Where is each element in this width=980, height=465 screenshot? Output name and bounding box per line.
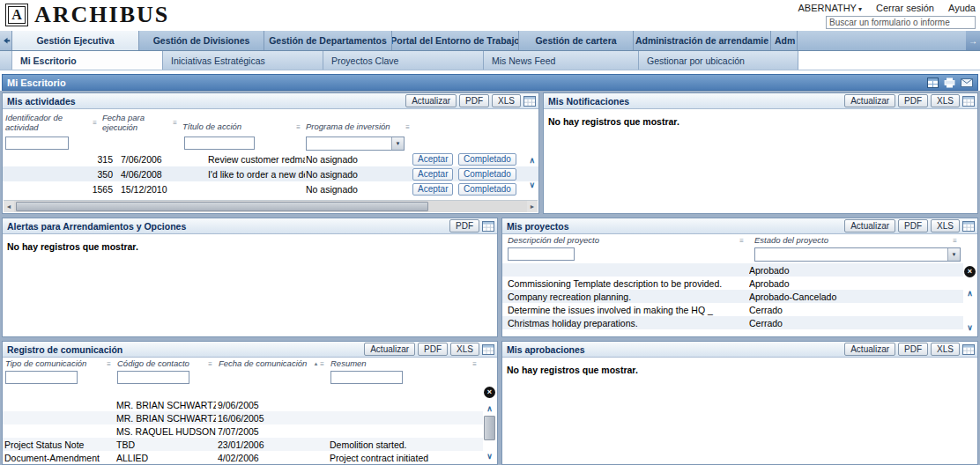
subtab-mis-news-feed[interactable]: Mis News Feed — [484, 51, 639, 70]
project-row[interactable]: Determine the issues involved in making … — [502, 303, 963, 316]
filter-identificador-input[interactable] — [5, 137, 69, 150]
tab-administracion-de-arrendamiento[interactable]: Administración de arrendamie — [634, 31, 771, 50]
column-menu-icon[interactable]: ≡ — [208, 360, 212, 368]
column-header-estado[interactable]: Estado del proyecto ≡ — [754, 235, 957, 246]
activity-row[interactable]: 315 7/06/2006 Review customer redmarks N… — [3, 151, 538, 166]
print-icon[interactable] — [944, 78, 955, 88]
panel-grid-icon[interactable] — [962, 96, 975, 107]
scroll-up-button[interactable]: ∧ — [529, 157, 535, 165]
search-input[interactable] — [826, 16, 976, 29]
panel-grid-icon[interactable] — [962, 344, 975, 355]
column-header-codigo[interactable]: Código de contacto ≡ — [117, 358, 212, 369]
project-row[interactable]: Aprobado — [502, 263, 963, 277]
filter-descripcion-input[interactable] — [508, 247, 575, 261]
horizontal-scrollbar[interactable]: ◄ ► — [4, 200, 538, 212]
refresh-button[interactable]: Actualizar — [844, 343, 895, 356]
xls-button[interactable]: XLS — [931, 219, 960, 232]
scroll-right-button[interactable]: ► — [527, 203, 538, 210]
column-header-descripcion[interactable]: Descripción del proyecto ≡ — [508, 235, 744, 246]
pdf-button[interactable]: PDF — [449, 219, 479, 232]
column-menu-icon[interactable]: ≡ — [173, 119, 177, 127]
xls-button[interactable]: XLS — [492, 94, 521, 107]
activity-row[interactable]: 350 4/06/2008 I'd like to order a new de… — [3, 166, 538, 181]
column-header-resumen[interactable]: Resumen ≡ — [330, 358, 477, 369]
communication-row[interactable]: MS. RAQUEL HUDSON 7/07/2005 — [3, 424, 483, 438]
tab-scroll-right-button[interactable]: → — [966, 31, 980, 50]
clear-filter-icon[interactable]: × — [484, 387, 495, 398]
refresh-button[interactable]: Actualizar — [364, 343, 415, 356]
scroll-down-button[interactable]: ∨ — [486, 453, 493, 461]
complete-button[interactable]: Completado — [458, 153, 516, 166]
scrollbar-thumb[interactable] — [16, 202, 428, 211]
accept-button[interactable]: Aceptar — [412, 153, 453, 166]
column-header-fecha[interactable]: Fecha para ejecución ≡ — [102, 111, 177, 134]
column-menu-icon[interactable]: ≡ — [107, 360, 111, 368]
user-menu[interactable]: ABERNATHY▾ — [798, 3, 862, 13]
xls-button[interactable]: XLS — [931, 343, 960, 356]
project-row[interactable]: Christmas holiday preparations. Cerrado — [502, 316, 963, 329]
filter-tipo-input[interactable] — [5, 371, 78, 384]
communication-row[interactable]: Document-Amendment ALLIED 4/02/2006 Proj… — [3, 451, 483, 464]
tab-gestion-de-departamentos[interactable]: Gestión de Departamentos — [264, 31, 392, 50]
column-header-fecha[interactable]: Fecha de comunicación ▲≡ — [219, 358, 324, 369]
pdf-button[interactable]: PDF — [898, 219, 928, 232]
panel-grid-icon[interactable] — [523, 96, 536, 107]
logout-link[interactable]: Cerrar sesión — [876, 3, 934, 13]
scrollbar-thumb[interactable] — [484, 416, 495, 440]
column-menu-icon[interactable]: ≡ — [953, 237, 957, 245]
column-menu-icon[interactable]: ≡ — [405, 123, 410, 131]
tab-adm-truncated[interactable]: Adm — [771, 31, 798, 50]
scroll-up-button[interactable]: ∧ — [967, 290, 973, 298]
pdf-button[interactable]: PDF — [418, 343, 448, 356]
column-menu-icon[interactable]: ≡ — [472, 360, 477, 368]
project-row[interactable]: Commissioning Template description to be… — [502, 277, 963, 290]
project-row[interactable]: Company recreation planning. Aprobado-Ca… — [502, 290, 963, 303]
column-menu-icon[interactable]: ≡ — [93, 119, 97, 127]
filter-estado-select[interactable]: ▼ — [754, 247, 961, 262]
panels-layout-icon[interactable] — [927, 78, 939, 88]
filter-programa-select[interactable]: ▼ — [306, 137, 405, 151]
subtab-gestionar-por-ubicacion[interactable]: Gestionar por ubicación — [639, 51, 798, 70]
scroll-down-button[interactable]: ∨ — [967, 324, 973, 332]
communication-row[interactable]: MR. BRIAN SCHWARTZ 16/06/2005 — [3, 411, 483, 424]
pdf-button[interactable]: PDF — [898, 94, 928, 107]
column-header-programa[interactable]: Programa de inversión ≡ — [306, 120, 410, 134]
scrollbar-track[interactable] — [14, 201, 527, 212]
xls-button[interactable]: XLS — [450, 343, 479, 356]
filter-codigo-input[interactable] — [117, 371, 189, 384]
column-menu-icon[interactable]: ≡ — [320, 360, 324, 368]
complete-button[interactable]: Completado — [458, 183, 516, 196]
pdf-button[interactable]: PDF — [898, 343, 928, 356]
subtab-iniciativas-estrategicas[interactable]: Iniciativas Estratégicas — [163, 51, 323, 70]
accept-button[interactable]: Aceptar — [412, 183, 453, 196]
column-menu-icon[interactable]: ≡ — [296, 123, 301, 131]
scroll-up-button[interactable]: ∧ — [486, 405, 493, 413]
refresh-button[interactable]: Actualizar — [844, 94, 895, 107]
communication-row[interactable]: MR. BRIAN SCHWARTZ 9/06/2005 — [3, 398, 483, 411]
tab-gestion-de-cartera[interactable]: Gestión de cartera — [519, 31, 634, 50]
scroll-down-button[interactable]: ∨ — [529, 181, 535, 189]
column-menu-icon[interactable]: ≡ — [739, 237, 744, 245]
mail-icon[interactable] — [961, 78, 973, 87]
communication-row[interactable]: Project Status Note TBD 23/01/2006 Demol… — [3, 438, 483, 451]
clear-filter-icon[interactable]: × — [964, 266, 976, 277]
tab-portal-del-entorno-de-trabajo[interactable]: Portal del Entorno de Trabajo — [392, 31, 519, 50]
pdf-button[interactable]: PDF — [459, 94, 489, 107]
tab-gestion-de-divisiones[interactable]: Gestión de Divisiones — [139, 31, 264, 50]
panel-grid-icon[interactable] — [482, 221, 494, 232]
scroll-left-button[interactable]: ◄ — [4, 203, 14, 210]
panel-grid-icon[interactable] — [482, 344, 494, 355]
subtab-proyectos-clave[interactable]: Proyectos Clave — [323, 51, 484, 70]
column-header-identificador[interactable]: Identificador de actividad ≡ — [5, 111, 97, 134]
panel-grid-icon[interactable] — [962, 221, 975, 232]
column-header-tipo[interactable]: Tipo de comunicación ≡ — [5, 358, 111, 369]
activity-row[interactable]: 1565 15/12/2010 No asignado Aceptar Comp… — [3, 181, 538, 196]
refresh-button[interactable]: Actualizar — [844, 219, 895, 232]
accept-button[interactable]: Aceptar — [412, 168, 453, 181]
tab-gestion-ejecutiva[interactable]: Gestión Ejecutiva — [12, 31, 139, 50]
filter-resumen-input[interactable] — [330, 371, 403, 384]
column-header-titulo[interactable]: Título de acción ≡ — [182, 120, 301, 134]
filter-titulo-input[interactable] — [184, 137, 255, 150]
complete-button[interactable]: Completado — [458, 168, 516, 181]
xls-button[interactable]: XLS — [931, 94, 960, 107]
